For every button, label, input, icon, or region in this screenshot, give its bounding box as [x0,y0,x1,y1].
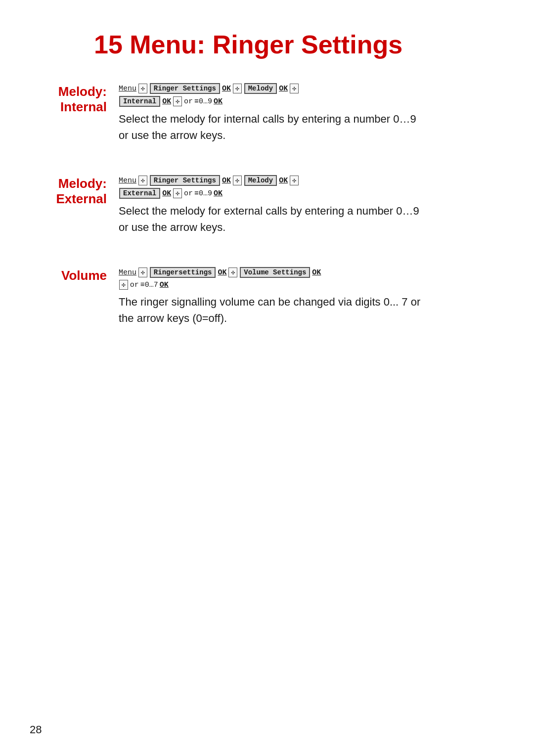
cmd-word: Menu [119,85,136,93]
section-label-melody-external: Melody:External [44,175,119,207]
arrow-box: ✣ [233,176,242,185]
cmd-text: or [184,189,193,198]
arrow-box: ✣ [228,267,237,277]
cmd-word: Menu [119,268,136,277]
section-melody-external: Melody:ExternalMenu✣Ringer SettingsOK✣Me… [44,175,490,235]
ok-button: OK [162,189,171,198]
arrow-box: ✣ [290,84,299,93]
highlight-box: Ringersettings [150,267,216,278]
section-content-volume: Menu✣RingersettingsOK✣Volume SettingsOK✣… [119,267,490,326]
section-description: Select the melody for internal calls by … [119,111,490,143]
cmd-line-1-1: ExternalOK✣or≡0…9 OK [119,188,490,199]
arrow-box: ✣ [290,176,299,185]
highlight-box: External [119,188,160,199]
arrow-box: ✣ [173,96,182,106]
section-melody-internal: Melody:InternalMenu✣Ringer SettingsOK✣Me… [44,83,490,143]
section-volume: VolumeMenu✣RingersettingsOK✣Volume Setti… [44,267,490,326]
page-title: 15 Menu: Ringer Settings [44,30,490,59]
highlight-box: Melody [244,83,277,94]
ok-button: OK [279,177,288,185]
section-content-melody-internal: Menu✣Ringer SettingsOK✣MelodyOK✣Internal… [119,83,490,143]
cmd-line-0-1: InternalOK✣or≡0…9 OK [119,96,490,107]
ok-button: OK [222,177,231,185]
hash-digits: ≡0…9 [194,189,212,198]
arrow-box: ✣ [138,84,147,93]
ok-button: OK [214,97,222,106]
section-description: Select the melody for external calls by … [119,203,490,235]
hash-digits: ≡0…7 [140,281,158,289]
cmd-line-2-0: Menu✣RingersettingsOK✣Volume SettingsOK [119,267,490,278]
highlight-box: Internal [119,96,160,107]
arrow-box: ✣ [138,176,147,185]
arrow-box: ✣ [173,188,182,198]
cmd-line-0-0: Menu✣Ringer SettingsOK✣MelodyOK✣ [119,83,490,94]
highlight-box: Ringer Settings [150,175,220,186]
section-label-melody-internal: Melody:Internal [44,83,119,115]
arrow-box: ✣ [233,84,242,93]
ok-button: OK [162,97,171,106]
page: 15 Menu: Ringer Settings Melody:Internal… [0,0,534,388]
ok-button: OK [218,268,226,277]
section-description: The ringer signalling volume can be chan… [119,294,490,326]
arrow-box: ✣ [119,280,128,290]
sections-container: Melody:InternalMenu✣Ringer SettingsOK✣Me… [44,83,490,326]
cmd-line-1-0: Menu✣Ringer SettingsOK✣MelodyOK✣ [119,175,490,186]
ok-button: OK [279,85,288,93]
hash-digits: ≡0…9 [194,97,212,106]
ok-button: OK [222,85,231,93]
arrow-box: ✣ [138,267,147,277]
highlight-box: Ringer Settings [150,83,220,94]
section-label-volume: Volume [44,267,119,283]
ok-button: OK [312,268,321,277]
cmd-text: or [184,97,193,106]
page-number: 28 [30,723,42,736]
ok-button: OK [214,189,222,198]
highlight-box: Melody [244,175,277,186]
section-content-melody-external: Menu✣Ringer SettingsOK✣MelodyOK✣External… [119,175,490,235]
ok-button: OK [160,281,169,289]
cmd-text: or [130,281,139,289]
highlight-box: Volume Settings [240,267,310,278]
cmd-word: Menu [119,177,136,185]
cmd-line-2-1: ✣or≡0…7 OK [119,280,490,290]
